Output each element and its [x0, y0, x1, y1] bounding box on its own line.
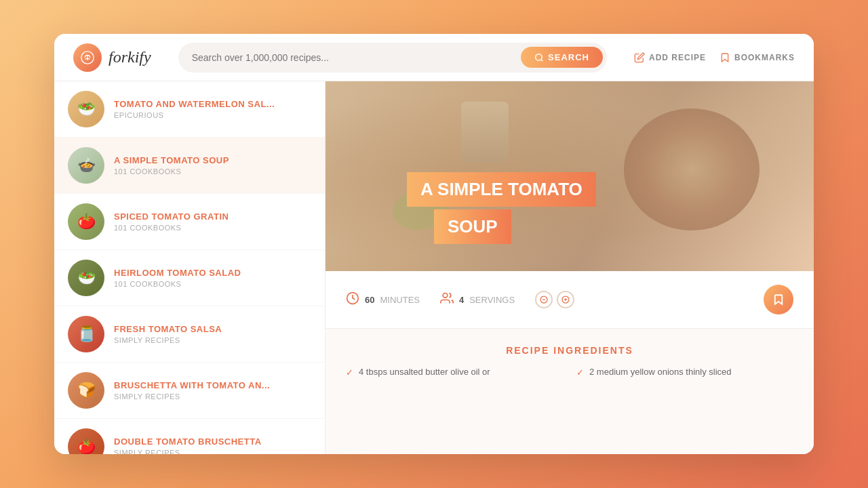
recipe-info: TOMATO AND WATERMELON SAL... EPICURIOUS — [114, 99, 311, 119]
search-input[interactable] — [192, 52, 521, 63]
minutes-value: 60 — [365, 295, 374, 305]
recipe-meta: 60 MINUTES 4 SERVINGS — [326, 271, 814, 329]
recipe-title-banner: A SIMPLE TOMATO SOUP — [407, 172, 596, 244]
recipe-title: TOMATO AND WATERMELON SAL... — [114, 99, 311, 109]
recipe-source: SIMPLY RECIPES — [114, 449, 311, 454]
svg-point-3 — [536, 54, 542, 60]
check-icon: ✓ — [346, 367, 353, 378]
list-item[interactable]: 🫙 FRESH TOMATO SALSA SIMPLY RECIPES — [54, 306, 325, 363]
header: forkify SEARCH ADD RECIPE — [54, 34, 814, 81]
bookmark-recipe-button[interactable] — [764, 285, 793, 314]
list-item[interactable]: 🍅 SPICED TOMATO GRATIN 101 COOKBOOKS — [54, 194, 325, 250]
recipe-info: SPICED TOMATO GRATIN 101 COOKBOOKS — [114, 211, 311, 232]
recipe-info: DOUBLE TOMATO BRUSCHETTA SIMPLY RECIPES — [114, 436, 311, 454]
recipe-thumbnail: 🍅 — [68, 203, 104, 240]
add-recipe-label: ADD RECIPE — [649, 53, 706, 62]
ingredient-item: ✓ 2 medium yellow onions thinly sliced — [576, 367, 793, 378]
time-meta: 60 MINUTES — [346, 291, 420, 308]
recipe-title: FRESH TOMATO SALSA — [114, 324, 311, 334]
recipe-detail: A SIMPLE TOMATO SOUP 60 MINUTES — [326, 81, 814, 454]
recipe-source: 101 COOKBOOKS — [114, 224, 311, 232]
recipe-title: SPICED TOMATO GRATIN — [114, 211, 311, 222]
ingredients-grid: ✓ 4 tbsps unsalted butter olive oil or ✓… — [346, 367, 793, 378]
recipe-info: A SIMPLE TOMATO SOUP 101 COOKBOOKS — [114, 155, 311, 176]
persons-icon — [440, 291, 454, 308]
recipe-source: 101 COOKBOOKS — [114, 167, 311, 176]
recipe-thumbnail: 🥗 — [68, 91, 104, 127]
recipe-source: 101 COOKBOOKS — [114, 280, 311, 288]
servings-label: SERVINGS — [469, 295, 515, 305]
minutes-label: MINUTES — [380, 295, 420, 305]
add-recipe-button[interactable]: ADD RECIPE — [634, 52, 706, 63]
ingredients-section: RECIPE INGREDIENTS ✓ 4 tbsps unsalted bu… — [326, 329, 814, 394]
logo-area: forkify — [73, 43, 151, 72]
search-area: SEARCH — [178, 43, 607, 73]
recipe-title-line1: A SIMPLE TOMATO — [407, 172, 596, 207]
search-button[interactable]: SEARCH — [521, 47, 603, 68]
list-item[interactable]: 🍞 BRUSCHETTA WITH TOMATO AN... SIMPLY RE… — [54, 363, 325, 419]
clock-icon — [346, 291, 359, 308]
recipe-info: FRESH TOMATO SALSA SIMPLY RECIPES — [114, 324, 311, 344]
bookmarks-label: BOOKMARKS — [734, 53, 795, 62]
recipe-info: BRUSCHETTA WITH TOMATO AN... SIMPLY RECI… — [114, 380, 311, 401]
decrease-servings-button[interactable] — [535, 291, 553, 308]
recipe-thumbnail: 🥗 — [68, 260, 104, 296]
app-container: forkify SEARCH ADD RECIPE — [54, 34, 814, 454]
recipe-thumbnail: 🍞 — [68, 372, 104, 409]
ingredient-item: ✓ 4 tbsps unsalted butter olive oil or — [346, 367, 563, 378]
ingredients-heading: RECIPE INGREDIENTS — [346, 345, 793, 356]
list-item[interactable]: 🍅 DOUBLE TOMATO BRUSCHETTA SIMPLY RECIPE… — [54, 419, 325, 454]
header-actions: ADD RECIPE BOOKMARKS — [634, 52, 795, 63]
logo-icon — [73, 43, 102, 72]
cup-decoration — [461, 102, 509, 163]
recipe-title-line2: SOUP — [434, 209, 511, 244]
recipe-source: SIMPLY RECIPES — [114, 336, 311, 344]
recipe-title: DOUBLE TOMATO BRUSCHETTA — [114, 436, 311, 447]
recipe-thumbnail: 🫙 — [68, 316, 104, 352]
recipe-info: HEIRLOOM TOMATO SALAD 101 COOKBOOKS — [114, 268, 311, 288]
bookmarks-button[interactable]: BOOKMARKS — [719, 52, 795, 63]
servings-meta: 4 SERVINGS — [440, 291, 515, 308]
sidebar: 🥗 TOMATO AND WATERMELON SAL... EPICURIOU… — [54, 81, 326, 454]
servings-controls — [535, 291, 574, 308]
main-content: 🥗 TOMATO AND WATERMELON SAL... EPICURIOU… — [54, 81, 814, 454]
recipe-title: HEIRLOOM TOMATO SALAD — [114, 268, 311, 278]
list-item[interactable]: 🍲 A SIMPLE TOMATO SOUP 101 COOKBOOKS — [54, 138, 325, 194]
app-name: forkify — [108, 48, 151, 66]
servings-value: 4 — [459, 295, 464, 305]
recipe-thumbnail: 🍲 — [68, 147, 104, 184]
check-icon: ✓ — [576, 367, 584, 378]
recipe-thumbnail: 🍅 — [68, 428, 104, 454]
ingredient-text: 2 medium yellow onions thinly sliced — [589, 367, 732, 377]
recipe-source: SIMPLY RECIPES — [114, 392, 311, 401]
recipe-title: A SIMPLE TOMATO SOUP — [114, 155, 311, 165]
bowl-decoration — [624, 108, 760, 230]
svg-point-5 — [443, 293, 448, 298]
ingredient-text: 4 tbsps unsalted butter olive oil or — [359, 367, 490, 377]
recipe-source: EPICURIOUS — [114, 111, 311, 119]
increase-servings-button[interactable] — [557, 291, 574, 308]
recipe-image: A SIMPLE TOMATO SOUP — [326, 81, 814, 271]
list-item[interactable]: 🥗 HEIRLOOM TOMATO SALAD 101 COOKBOOKS — [54, 250, 325, 306]
recipe-title: BRUSCHETTA WITH TOMATO AN... — [114, 380, 311, 390]
list-item[interactable]: 🥗 TOMATO AND WATERMELON SAL... EPICURIOU… — [54, 81, 325, 138]
